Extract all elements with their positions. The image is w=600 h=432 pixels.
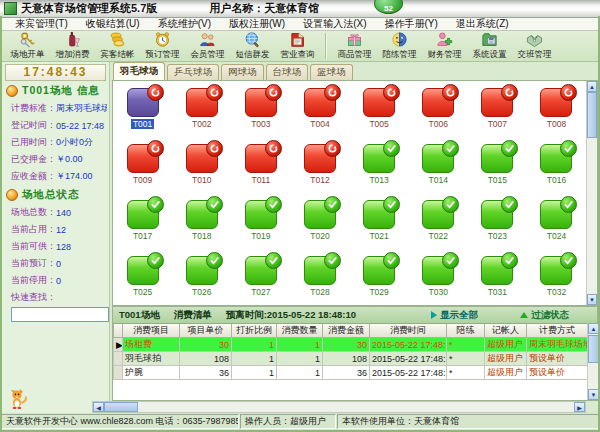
- column-header[interactable]: 消费项目: [123, 324, 180, 338]
- court-tile-T031[interactable]: T031: [468, 253, 527, 305]
- court-tile-T018[interactable]: T018: [172, 197, 231, 253]
- user-name-label: 用户名称：天意体育馆: [209, 1, 319, 16]
- court-tile-T022[interactable]: T022: [409, 197, 468, 253]
- column-header[interactable]: 陪练: [447, 324, 485, 338]
- menu-item[interactable]: 退出系统(Z): [447, 17, 518, 31]
- menu-item[interactable]: 操作手册(Y): [375, 17, 446, 31]
- menu-item[interactable]: 设置输入法(X): [294, 17, 375, 31]
- court-tile-T015[interactable]: T015: [468, 141, 527, 197]
- court-tile-T025[interactable]: T025: [113, 253, 172, 305]
- court-tile-T012[interactable]: T012: [290, 141, 349, 197]
- court-tile-T008[interactable]: T008: [527, 85, 586, 141]
- tab-乒乓球场[interactable]: 乒乓球场: [167, 64, 219, 80]
- check-icon: [324, 196, 341, 213]
- quick-find-input[interactable]: [11, 307, 109, 322]
- court-tile-T024[interactable]: T024: [527, 197, 586, 253]
- court-tile-T014[interactable]: T014: [409, 141, 468, 197]
- sidebar-row: 登记时间：05-22 17:48: [4, 117, 107, 134]
- table-row[interactable]: ▶场租费3011302015-05-22 17:48:10*超级用户周末羽毛球场…: [114, 338, 588, 352]
- horizontal-scrollbar[interactable]: ◀ ▶: [92, 401, 586, 413]
- court-tile-T001[interactable]: T001: [113, 85, 172, 141]
- column-header[interactable]: 计费方式: [527, 324, 588, 338]
- scroll-right-icon[interactable]: ▶: [574, 402, 585, 412]
- toolbar-button-globe[interactable]: 短信群发: [230, 32, 275, 61]
- sidebar-row: 当前停用：0: [4, 272, 107, 289]
- table-cell: 周末羽毛球场地: [527, 338, 588, 352]
- scroll-left-icon[interactable]: ◀: [93, 402, 104, 412]
- tab-网球场[interactable]: 网球场: [221, 64, 264, 80]
- court-tile-T029[interactable]: T029: [350, 253, 409, 305]
- toolbar-button-mask[interactable]: 陪练管理: [377, 32, 422, 61]
- tab-篮球场[interactable]: 篮球场: [310, 64, 353, 80]
- column-header[interactable]: 消费数量: [277, 324, 323, 338]
- toolbar-button-book[interactable]: 营业查询: [275, 32, 320, 61]
- court-tile-T006[interactable]: T006: [409, 85, 468, 141]
- court-tile-T013[interactable]: T013: [350, 141, 409, 197]
- court-label: T001: [131, 119, 154, 129]
- tab-台球场[interactable]: 台球场: [266, 64, 309, 80]
- court-tile-T028[interactable]: T028: [290, 253, 349, 305]
- toolbar-button-folder[interactable]: 系统设置: [467, 32, 512, 61]
- court-tile-T032[interactable]: T032: [527, 253, 586, 305]
- court-tile-T016[interactable]: T016: [527, 141, 586, 197]
- grid-scrollbar[interactable]: ▲ ▼: [586, 81, 597, 305]
- tab-羽毛球场[interactable]: 羽毛球场: [113, 62, 165, 80]
- menu-item[interactable]: 来宾管理(T): [6, 17, 77, 31]
- toolbar-button-handshake[interactable]: 交班管理: [512, 32, 557, 61]
- show-all-button[interactable]: 显示全部: [431, 309, 478, 322]
- check-icon: [147, 252, 164, 269]
- court-tile-T027[interactable]: T027: [231, 253, 290, 305]
- scrollbar-thumb[interactable]: [587, 92, 597, 138]
- court-label: T010: [192, 175, 211, 185]
- court-tile-T005[interactable]: T005: [350, 85, 409, 141]
- court-tile-T019[interactable]: T019: [231, 197, 290, 253]
- statusbar-licensee: 本软件使用单位：天意体育馆: [337, 414, 599, 429]
- court-tile-T010[interactable]: T010: [172, 141, 231, 197]
- court-tile-T011[interactable]: T011: [231, 141, 290, 197]
- court-tile-T020[interactable]: T020: [290, 197, 349, 253]
- app-icon: [4, 2, 17, 15]
- column-header[interactable]: 项目单价: [180, 324, 232, 338]
- filter-state-button[interactable]: 过滤状态: [520, 309, 569, 322]
- toolbar-button-gift[interactable]: 商品管理: [332, 32, 377, 61]
- table-row[interactable]: 护腕3611362015-05-22 17:48:32*超级用户预设单价: [114, 366, 588, 380]
- toolbar-button-members[interactable]: 会员管理: [185, 32, 230, 61]
- toolbar-button-alarm-clock[interactable]: 预订管理: [140, 32, 185, 61]
- coins-icon: [109, 31, 126, 48]
- scroll-down-icon[interactable]: ▼: [587, 294, 597, 305]
- table-cell: 超级用户: [485, 366, 527, 380]
- column-header[interactable]: 记帐人: [485, 324, 527, 338]
- sidebar-row-value: 12: [56, 225, 66, 235]
- court-label: T013: [369, 175, 388, 185]
- scroll-up-icon[interactable]: ▲: [587, 81, 597, 92]
- toolbar-button-wine[interactable]: 增加消费: [50, 32, 95, 61]
- court-tile-T003[interactable]: T003: [231, 85, 290, 141]
- handshake-icon: [526, 31, 543, 48]
- court-tile-T002[interactable]: T002: [172, 85, 231, 141]
- scrollbar-thumb[interactable]: [104, 402, 138, 412]
- column-header[interactable]: 消费金额: [323, 324, 370, 338]
- table-row[interactable]: 羽毛球拍108111082015-05-22 17:48:29*超级用户预设单价: [114, 352, 588, 366]
- court-tile-T030[interactable]: T030: [409, 253, 468, 305]
- column-header[interactable]: 打折比例: [232, 324, 277, 338]
- sidebar-row-value: ￥174.00: [56, 170, 93, 183]
- court-tile-T023[interactable]: T023: [468, 197, 527, 253]
- court-tile-T007[interactable]: T007: [468, 85, 527, 141]
- toolbar-button-finance[interactable]: 财务管理: [422, 32, 467, 61]
- court-tile-T021[interactable]: T021: [350, 197, 409, 253]
- menu-item[interactable]: 版权注册(W): [220, 17, 294, 31]
- court-tile-T009[interactable]: T009: [113, 141, 172, 197]
- menu-item[interactable]: 系统维护(V): [149, 17, 220, 31]
- toolbar-button-coins[interactable]: 宾客结帐: [95, 32, 140, 61]
- court-tile-T017[interactable]: T017: [113, 197, 172, 253]
- fox-mascot-icon: [7, 387, 27, 409]
- column-header[interactable]: 消费时间: [370, 324, 447, 338]
- sidebar-row-label: 当前可供：: [11, 240, 56, 253]
- court-tile-T004[interactable]: T004: [290, 85, 349, 141]
- toolbar-button-keys[interactable]: 场地开单: [5, 32, 50, 61]
- refresh-icon: [147, 84, 164, 101]
- sidebar-row-label: 当前预订：: [11, 257, 56, 270]
- overall-status-rows: 场地总数：140当前占用：12当前可供：128当前预订：0当前停用：0: [4, 204, 107, 289]
- menu-item[interactable]: 收银结算(U): [77, 17, 149, 31]
- court-tile-T026[interactable]: T026: [172, 253, 231, 305]
